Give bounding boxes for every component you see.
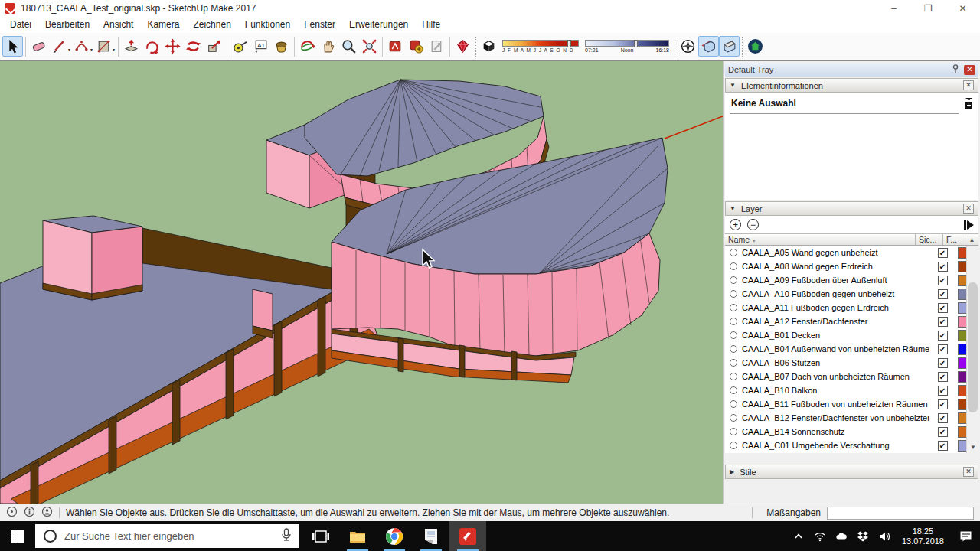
scale-tool[interactable] (204, 36, 224, 57)
tray-close-button[interactable]: ✕ (964, 65, 975, 75)
onedrive-icon[interactable] (831, 521, 852, 551)
layer-active-radio[interactable] (730, 400, 737, 408)
sign-in-icon[interactable] (41, 506, 53, 520)
caala-plugin-icon[interactable] (745, 36, 766, 57)
layer-visible-checkbox[interactable]: ✔ (938, 358, 948, 368)
layer-row[interactable]: CAALA_B06 Stützen✔ (725, 356, 978, 370)
layer-row[interactable]: CAALA_A11 Fußboden gegen Erdreich✔ (725, 301, 978, 315)
layer-visible-checkbox[interactable]: ✔ (938, 386, 948, 396)
layer-active-radio[interactable] (730, 318, 737, 325)
layer-active-radio[interactable] (730, 442, 737, 449)
layer-visible-checkbox[interactable]: ✔ (938, 289, 948, 299)
layer-visible-checkbox[interactable]: ✔ (938, 276, 948, 285)
column-visible[interactable]: Sic... (916, 234, 943, 245)
layer-visible-checkbox[interactable]: ✔ (938, 262, 948, 272)
select-tool[interactable] (2, 36, 23, 57)
layer-details-menu-button[interactable] (964, 220, 974, 230)
layer-row[interactable]: CAALA_A10 Fußboden gegen unbeheizt✔ (725, 287, 978, 301)
toggle-details-icon[interactable] (964, 97, 974, 109)
menu-fenster[interactable]: Fenster (297, 17, 342, 33)
model-viewport[interactable] (0, 61, 723, 504)
pan-tool[interactable] (318, 36, 338, 57)
layer-row[interactable]: CAALA_C01 Umgebende Verschattung✔ (725, 439, 978, 452)
move-tool[interactable] (162, 36, 183, 57)
extension-icon-2[interactable] (406, 36, 426, 57)
ruby-console-icon[interactable] (452, 36, 473, 57)
layer-active-radio[interactable] (730, 331, 737, 339)
menu-funktionen[interactable]: Funktionen (238, 17, 297, 33)
menu-ansicht[interactable]: Ansicht (96, 17, 140, 33)
dropbox-icon[interactable] (852, 521, 874, 551)
layer-list-scrollbar[interactable]: ▼ (966, 246, 978, 453)
scroll-down-icon[interactable]: ▼ (967, 442, 979, 453)
volume-icon[interactable] (874, 521, 895, 551)
remove-layer-button[interactable]: − (747, 219, 759, 230)
styles-close-button[interactable]: ✕ (963, 467, 974, 477)
menu-datei[interactable]: Datei (3, 17, 38, 33)
layer-visible-checkbox[interactable]: ✔ (938, 441, 948, 451)
scrollbar-thumb[interactable] (968, 282, 978, 412)
layer-row[interactable]: CAALA_A08 Wand gegen Erdreich✔ (725, 259, 978, 273)
arc-dropdown[interactable]: ▾ (90, 47, 93, 52)
taskbar-clock[interactable]: 18:25 13.07.2018 (895, 527, 951, 546)
wifi-icon[interactable] (809, 521, 831, 551)
minimize-button[interactable]: – (877, 0, 911, 17)
follow-me-tool[interactable] (142, 36, 162, 57)
push-pull-tool[interactable] (121, 36, 142, 57)
layer-active-radio[interactable] (730, 428, 737, 435)
menu-kamera[interactable]: Kamera (140, 17, 186, 33)
layer-active-radio[interactable] (730, 345, 737, 353)
section-plane-display-toggle[interactable] (698, 36, 719, 57)
send-to-layout[interactable] (426, 36, 447, 57)
layer-row[interactable]: CAALA_B10 Balkon✔ (725, 383, 978, 397)
layer-row[interactable]: CAALA_B04 Außenwand von unbeheizten Räum… (725, 342, 978, 356)
styles-header[interactable]: ▶ Stile ✕ (725, 465, 978, 479)
pencil-dropdown[interactable]: ▾ (68, 47, 70, 52)
layer-visible-checkbox[interactable]: ✔ (938, 331, 948, 341)
entity-info-close-button[interactable]: ✕ (963, 80, 974, 90)
layers-header[interactable]: ▼ Layer ✕ (725, 201, 978, 216)
layer-active-radio[interactable] (730, 373, 737, 380)
geolocation-icon[interactable] (6, 506, 18, 520)
entity-info-header[interactable]: ▼ Elementinformationen ✕ (725, 78, 978, 93)
zoom-tool[interactable] (338, 36, 359, 57)
layer-visible-checkbox[interactable]: ✔ (938, 344, 948, 354)
shadow-date-slider[interactable]: J F M A M J J A S O N D (502, 40, 579, 53)
file-explorer-icon[interactable] (339, 521, 376, 551)
tape-measure-tool[interactable] (230, 36, 250, 57)
layer-row[interactable]: CAALA_B07 Dach von unbeheizten Räumen✔ (725, 370, 978, 383)
arc-tool[interactable] (71, 36, 92, 57)
shadow-time-slider[interactable]: 07:21 Noon 16:18 (585, 40, 669, 53)
add-layer-button[interactable]: + (730, 219, 741, 230)
layer-visible-checkbox[interactable]: ✔ (938, 317, 948, 327)
layer-active-radio[interactable] (730, 276, 737, 284)
layer-active-radio[interactable] (730, 249, 737, 256)
column-color[interactable]: F... (943, 234, 965, 245)
layer-active-radio[interactable] (730, 262, 737, 270)
start-button[interactable] (0, 521, 35, 551)
rectangle-tool[interactable] (93, 36, 114, 57)
paint-bucket-tool[interactable] (271, 36, 292, 57)
rotate-tool[interactable] (183, 36, 204, 57)
tray-chevron-icon[interactable] (788, 521, 809, 551)
measurements-input[interactable] (827, 507, 974, 520)
restore-button[interactable]: ❐ (911, 0, 946, 17)
pin-icon[interactable] (952, 64, 959, 75)
layer-visible-checkbox[interactable]: ✔ (938, 413, 948, 423)
layers-close-button[interactable]: ✕ (963, 204, 974, 214)
search-input[interactable] (64, 530, 281, 542)
layer-active-radio[interactable] (730, 414, 737, 422)
chrome-icon[interactable] (376, 521, 413, 551)
layer-row[interactable]: CAALA_A12 Fenster/Dachfenster✔ (725, 315, 978, 328)
layer-active-radio[interactable] (730, 359, 737, 367)
section-cut-display-toggle[interactable] (719, 36, 740, 57)
layer-active-radio[interactable] (730, 304, 737, 311)
tray-title-bar[interactable]: Default Tray ✕ (725, 63, 978, 77)
layer-row[interactable]: CAALA_A09 Fußboden über Außenluft✔ (725, 273, 978, 287)
column-name[interactable]: Name▾ (725, 234, 916, 245)
layer-row[interactable]: CAALA_B01 Decken✔ (725, 328, 978, 342)
layer-visible-checkbox[interactable]: ✔ (938, 303, 948, 313)
layer-row[interactable]: CAALA_A05 Wand gegen unbeheizt✔ (725, 246, 978, 259)
scroll-up-icon[interactable]: ▲ (965, 234, 978, 245)
shadows-toggle[interactable] (479, 36, 499, 57)
